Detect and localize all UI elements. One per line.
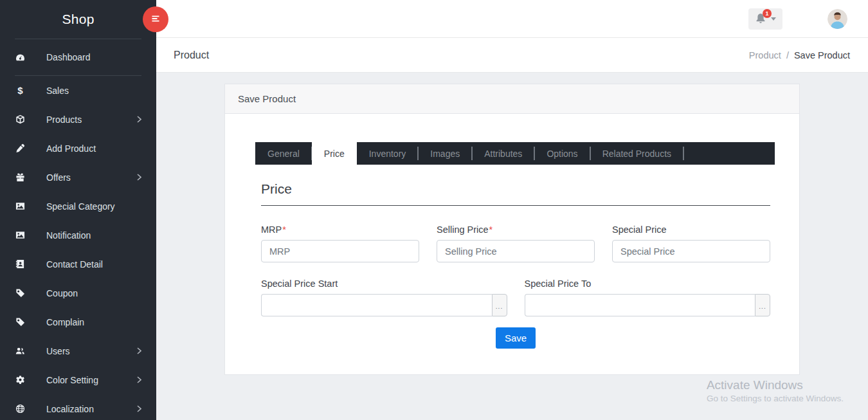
sidebar-item-dashboard[interactable]: Dashboard xyxy=(0,39,156,75)
special-price-start-input[interactable] xyxy=(261,294,492,316)
mrp-input[interactable] xyxy=(261,240,419,262)
sidebar-item-label: Color Setting xyxy=(46,375,98,385)
address-book-icon xyxy=(15,259,26,269)
sidebar-item-label: Products xyxy=(46,114,82,125)
special-price-start-label: Special Price Start xyxy=(261,278,507,289)
tab-inventory[interactable]: Inventory xyxy=(357,142,419,165)
card-body: General Price Inventory Images Attribute… xyxy=(225,114,799,374)
special-price-to-datepicker-button[interactable]: ... xyxy=(755,294,770,316)
notifications-button[interactable]: 1 xyxy=(748,8,782,30)
notification-badge: 1 xyxy=(763,9,772,18)
breadcrumb-current: Save Product xyxy=(794,50,850,60)
special-price-dates-row: Special Price Start ... Special Price To xyxy=(261,278,770,316)
globe-icon xyxy=(15,403,26,414)
watermark-line2: Go to Settings to activate Windows. xyxy=(707,394,844,403)
sidebar-item-users[interactable]: Users xyxy=(0,336,156,365)
sidebar-item-label: Complain xyxy=(46,317,84,327)
special-price-start-datepicker-button[interactable]: ... xyxy=(492,294,507,316)
sidebar-item-add-product[interactable]: Add Product xyxy=(0,134,156,163)
tab-general[interactable]: General xyxy=(255,142,312,165)
sidebar-item-label: Special Category xyxy=(46,201,115,212)
sidebar-item-coupon[interactable]: Coupon xyxy=(0,278,156,307)
tag-icon xyxy=(15,288,26,298)
card-title: Save Product xyxy=(225,84,799,114)
required-marker: * xyxy=(489,224,493,235)
breadcrumb: Product / Save Product xyxy=(749,50,850,60)
save-button[interactable]: Save xyxy=(496,327,536,349)
sidebar-item-offers[interactable]: Offers xyxy=(0,163,156,192)
sidebar-item-products[interactable]: Products xyxy=(0,105,156,134)
tab-related-products[interactable]: Related Products xyxy=(590,142,683,165)
chevron-right-icon xyxy=(137,405,141,412)
section-title: Price xyxy=(261,181,770,197)
sidebar-item-complain[interactable]: Complain xyxy=(0,307,156,336)
image-icon xyxy=(15,230,26,241)
special-price-label: Special Price xyxy=(612,224,770,235)
sidebar-item-color-setting[interactable]: Color Setting xyxy=(0,365,156,394)
dashboard-icon xyxy=(15,52,26,63)
price-fields-row: MRP* Selling Price* Special Price xyxy=(261,224,770,262)
sidebar-item-label: Coupon xyxy=(46,288,78,298)
sidebar-item-sales[interactable]: $ Sales xyxy=(0,76,156,105)
tab-attributes[interactable]: Attributes xyxy=(472,142,534,165)
cube-icon xyxy=(15,114,26,125)
chevron-right-icon xyxy=(137,376,141,383)
special-price-to-label: Special Price To xyxy=(525,278,771,289)
sidebar-item-label: Dashboard xyxy=(46,52,91,62)
special-price-input[interactable] xyxy=(612,240,770,262)
mrp-label: MRP* xyxy=(261,224,419,235)
gear-icon xyxy=(15,374,26,385)
sidebar-item-special-category[interactable]: Special Category xyxy=(0,192,156,221)
chevron-right-icon xyxy=(137,347,141,354)
user-avatar[interactable] xyxy=(827,9,847,29)
tab-images[interactable]: Images xyxy=(418,142,472,165)
app-window: Shop Dashboard $ Sales Products xyxy=(0,0,868,420)
page-header: Product Product / Save Product xyxy=(156,38,868,73)
dollar-icon: $ xyxy=(15,85,26,96)
mrp-field-group: MRP* xyxy=(261,224,419,262)
sidebar-item-localization[interactable]: Localization xyxy=(0,394,156,420)
price-section: Price MRP* Selling Price* xyxy=(255,181,775,349)
tab-options[interactable]: Options xyxy=(534,142,590,165)
image-icon xyxy=(15,201,26,212)
sidebar-item-label: Localization xyxy=(46,404,94,414)
main-area: 1 Product Product / Save Product Save Pr… xyxy=(156,0,868,420)
breadcrumb-separator: / xyxy=(786,50,789,60)
sidebar-item-label: Notification xyxy=(46,230,91,241)
app-title: Shop xyxy=(0,0,156,39)
form-actions: Save xyxy=(261,327,770,349)
content-area: Save Product General Price Inventory Ima… xyxy=(156,73,868,420)
sidebar-item-label: Add Product xyxy=(46,143,96,154)
sidebar: Shop Dashboard $ Sales Products xyxy=(0,0,156,420)
selling-price-field-group: Selling Price* xyxy=(437,224,595,262)
chevron-right-icon xyxy=(137,116,141,123)
special-price-to-field-group: Special Price To ... xyxy=(525,278,771,316)
watermark-line1: Activate Windows xyxy=(707,378,844,392)
selling-price-label: Selling Price* xyxy=(437,224,595,235)
topbar: 1 xyxy=(156,0,868,38)
menu-icon xyxy=(150,14,161,26)
tag-icon xyxy=(15,316,26,327)
page-title: Product xyxy=(174,50,209,61)
sidebar-item-notification[interactable]: Notification xyxy=(0,221,156,250)
sidebar-toggle-button[interactable] xyxy=(143,6,168,32)
tab-price[interactable]: Price xyxy=(312,142,357,165)
selling-price-input[interactable] xyxy=(437,240,595,262)
special-price-start-field-group: Special Price Start ... xyxy=(261,278,507,316)
product-tabs: General Price Inventory Images Attribute… xyxy=(255,142,775,165)
sidebar-item-label: Sales xyxy=(46,86,69,96)
section-rule xyxy=(261,205,770,206)
sidebar-item-label: Contact Detail xyxy=(46,259,103,269)
special-price-to-input[interactable] xyxy=(525,294,755,316)
sidebar-item-label: Users xyxy=(46,346,70,356)
users-icon xyxy=(15,345,26,356)
chevron-right-icon xyxy=(137,174,141,181)
caret-down-icon xyxy=(771,17,776,21)
bell-icon: 1 xyxy=(755,13,766,24)
sidebar-item-contact-detail[interactable]: Contact Detail xyxy=(0,250,156,278)
breadcrumb-parent[interactable]: Product xyxy=(749,50,781,60)
windows-activation-watermark: Activate Windows Go to Settings to activ… xyxy=(707,378,844,403)
sidebar-nav: Dashboard $ Sales Products Add Product xyxy=(0,39,156,420)
required-marker: * xyxy=(282,224,286,235)
sidebar-item-label: Offers xyxy=(46,172,71,183)
